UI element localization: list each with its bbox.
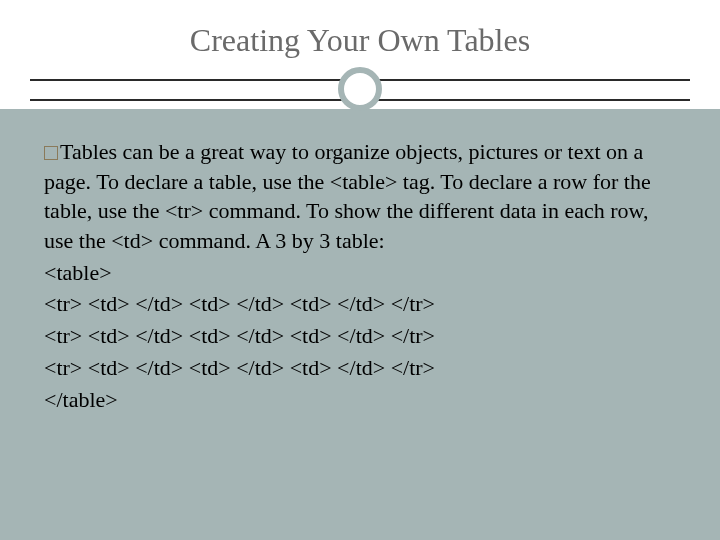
code-line: <table>	[44, 258, 676, 288]
code-line: <tr> <td> </td> <td> </td> <td> </td> </…	[44, 289, 676, 319]
bullet-icon	[44, 146, 58, 160]
code-line: <tr> <td> </td> <td> </td> <td> </td> </…	[44, 321, 676, 351]
body-paragraph: Tables can be a great way to organize ob…	[44, 137, 676, 256]
code-line: </table>	[44, 385, 676, 415]
paragraph-text: Tables can be a great way to organize ob…	[44, 139, 651, 253]
title-area: Creating Your Own Tables	[0, 0, 720, 109]
ring-mask	[330, 109, 390, 139]
slide-title: Creating Your Own Tables	[40, 22, 680, 59]
code-line: <tr> <td> </td> <td> </td> <td> </td> </…	[44, 353, 676, 383]
slide: Creating Your Own Tables Tables can be a…	[0, 0, 720, 540]
slide-content: Tables can be a great way to organize ob…	[0, 109, 720, 436]
ring-icon	[338, 67, 382, 111]
